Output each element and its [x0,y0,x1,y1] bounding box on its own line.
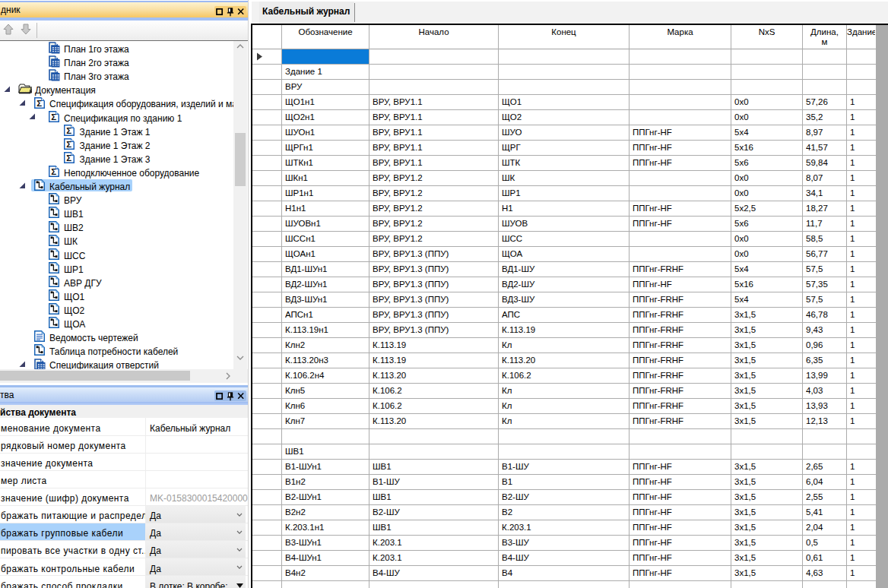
svg-text:Σ: Σ [51,112,56,122]
svg-text:Σ: Σ [51,167,56,176]
svg-text:Σ: Σ [36,99,42,108]
svg-text:Σ: Σ [66,140,71,149]
svg-text:Σ: Σ [66,153,71,163]
svg-text:Σ: Σ [66,126,71,135]
